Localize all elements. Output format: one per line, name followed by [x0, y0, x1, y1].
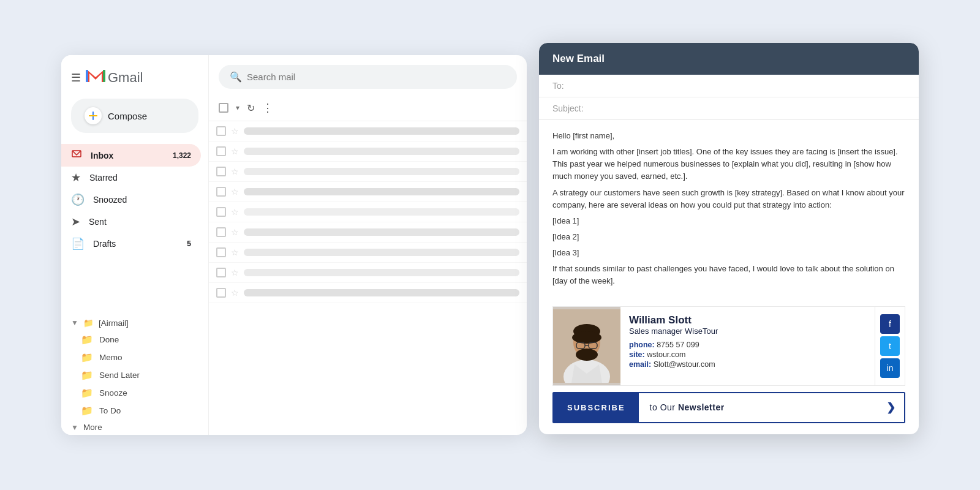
compose-button[interactable]: Compose [71, 99, 198, 133]
subject-field[interactable]: Subject: [539, 97, 919, 120]
memo-label: Memo [99, 353, 123, 362]
row-checkbox[interactable] [216, 146, 226, 156]
more-options-icon[interactable]: ⋮ [262, 101, 274, 115]
gmail-logo-text: Gmail [108, 70, 143, 86]
gmail-header: ☰ Gmail [61, 67, 208, 99]
compose-label: Compose [108, 111, 147, 121]
hamburger-icon[interactable]: ☰ [71, 71, 81, 85]
email-preview-bar [244, 148, 519, 155]
search-input[interactable] [247, 72, 369, 82]
sidebar-nav: Inbox 1,322 ★ Starred 🕐 Snoozed ➤ Sent 📄… [61, 144, 208, 312]
row-checkbox[interactable] [216, 207, 226, 217]
phone-label: phone: [629, 341, 655, 349]
star-icon[interactable]: ☆ [231, 167, 239, 176]
subscribe-button[interactable]: SUBSCRIBE [554, 393, 639, 422]
table-row[interactable]: ☆ [209, 182, 527, 202]
linkedin-icon[interactable]: in [880, 358, 900, 378]
table-row[interactable]: ☆ [209, 243, 527, 263]
row-checkbox[interactable] [216, 126, 226, 136]
svg-point-9 [572, 331, 601, 344]
new-email-panel: New Email To: Subject: Hello [first name… [539, 43, 919, 434]
email-preview-bar [244, 289, 519, 296]
sent-label: Sent [89, 217, 191, 227]
star-icon[interactable]: ☆ [231, 268, 239, 277]
starred-label: Starred [89, 173, 191, 183]
sidebar-item-memo[interactable]: 📁 Memo [61, 349, 208, 366]
row-checkbox[interactable] [216, 288, 226, 298]
email-rows: ☆ ☆ ☆ ☆ ☆ ☆ ☆ ☆ ☆ [209, 121, 527, 435]
star-icon[interactable]: ☆ [231, 146, 239, 156]
email-preview-bar [244, 127, 519, 135]
airmail-folder-icon: 📁 [83, 318, 94, 328]
todo-label: To Do [99, 406, 121, 415]
table-row[interactable]: ☆ [209, 222, 527, 243]
drafts-icon: 📄 [71, 237, 85, 251]
subscribe-text: to Our Newsletter [639, 394, 886, 421]
row-checkbox[interactable] [216, 268, 226, 277]
sent-icon: ➤ [71, 215, 80, 228]
table-row[interactable]: ☆ [209, 202, 527, 222]
gmail-search-bar[interactable]: 🔍 [219, 65, 517, 89]
body-idea2: [Idea 2] [552, 231, 905, 243]
sidebar-item-starred[interactable]: ★ Starred [61, 167, 201, 189]
svg-rect-1 [103, 70, 105, 82]
select-dropdown-icon[interactable]: ▾ [236, 104, 239, 112]
gmail-panel: ☰ Gmail Compose [61, 55, 527, 435]
facebook-icon[interactable]: f [880, 314, 900, 334]
sidebar-item-sent[interactable]: ➤ Sent [61, 211, 201, 233]
body-paragraph1: I am working with other [insert job titl… [552, 146, 905, 183]
sidebar-item-snoozed[interactable]: 🕐 Snoozed [61, 189, 201, 211]
subscribe-banner[interactable]: SUBSCRIBE to Our Newsletter ❯ [552, 392, 905, 423]
sidebar-item-inbox[interactable]: Inbox 1,322 [61, 144, 201, 167]
select-all-checkbox[interactable] [219, 103, 228, 113]
snooze-folder-icon: 📁 [81, 387, 93, 399]
star-icon: ★ [71, 171, 81, 184]
email-label: email: [629, 360, 651, 369]
avatar [553, 307, 620, 385]
row-checkbox[interactable] [216, 187, 226, 197]
star-icon[interactable]: ☆ [231, 227, 239, 237]
more-folder-header[interactable]: ▼ More [61, 420, 208, 435]
email-list-toolbar: ▾ ↻ ⋮ [209, 94, 527, 121]
table-row[interactable]: ☆ [209, 162, 527, 182]
sidebar-item-send-later[interactable]: 📁 Send Later [61, 366, 208, 384]
sidebar-item-snooze[interactable]: 📁 Snooze [61, 384, 208, 402]
email-preview-bar [244, 168, 519, 175]
row-checkbox[interactable] [216, 227, 226, 237]
sidebar-item-drafts[interactable]: 📄 Drafts 5 [61, 233, 201, 255]
to-field[interactable]: To: [539, 75, 919, 97]
star-icon[interactable]: ☆ [231, 288, 239, 298]
email-preview-bar [244, 188, 519, 195]
table-row[interactable]: ☆ [209, 263, 527, 283]
done-label: Done [99, 335, 119, 344]
inbox-label: Inbox [91, 151, 164, 160]
body-greeting: Hello [first name], [552, 130, 905, 142]
gmail-logo: Gmail [86, 67, 143, 88]
row-checkbox[interactable] [216, 247, 226, 257]
gmail-m-icon [86, 67, 105, 88]
gmail-sidebar: ☰ Gmail Compose [61, 55, 208, 435]
star-icon[interactable]: ☆ [231, 247, 239, 257]
body-idea1: [Idea 1] [552, 215, 905, 227]
table-row[interactable]: ☆ [209, 283, 527, 303]
star-icon[interactable]: ☆ [231, 126, 239, 136]
signature-email: email: Slott@wstour.com [629, 360, 866, 369]
table-row[interactable]: ☆ [209, 121, 527, 141]
signature-title: Sales manager WiseTour [629, 326, 866, 336]
twitter-icon[interactable]: t [880, 336, 900, 356]
sidebar-item-done[interactable]: 📁 Done [61, 331, 208, 349]
todo-folder-icon: 📁 [81, 405, 93, 417]
signature-phone: phone: 8755 57 099 [629, 341, 866, 349]
snoozed-icon: 🕐 [71, 193, 85, 206]
gmail-list: 🔍 ▾ ↻ ⋮ ☆ ☆ ☆ ☆ ☆ ☆ ☆ ☆ ☆ [208, 55, 527, 435]
refresh-icon[interactable]: ↻ [247, 102, 255, 114]
row-checkbox[interactable] [216, 167, 226, 176]
star-icon[interactable]: ☆ [231, 207, 239, 217]
star-icon[interactable]: ☆ [231, 187, 239, 197]
inbox-icon [71, 148, 82, 162]
sidebar-item-todo[interactable]: 📁 To Do [61, 402, 208, 420]
airmail-folder-header[interactable]: ▼ 📁 [Airmail] [61, 315, 208, 331]
drafts-label: Drafts [93, 239, 178, 249]
email-preview-bar [244, 249, 519, 256]
table-row[interactable]: ☆ [209, 141, 527, 162]
